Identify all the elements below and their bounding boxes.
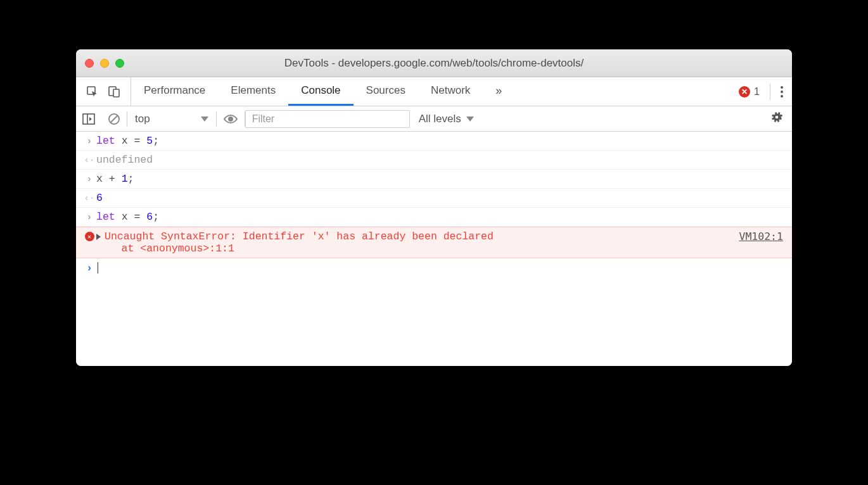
toolbar-divider [770,84,770,100]
inspect-element-icon[interactable] [86,85,99,98]
svg-point-7 [228,117,233,122]
error-count: 1 [754,86,760,98]
active-prompt-icon: › [82,261,96,274]
input-prompt-icon: › [82,211,96,222]
error-icon: ✕ [82,230,96,241]
context-label: top [135,113,150,125]
console-settings-icon[interactable] [762,111,792,127]
clear-console-icon[interactable] [101,113,127,125]
execution-context-selector[interactable]: top [127,113,216,125]
input-prompt-icon: › [82,135,96,146]
tab-console[interactable]: Console [288,77,353,106]
svg-rect-2 [113,89,119,97]
error-icon: ✕ [739,86,750,98]
live-expression-icon[interactable] [217,114,245,124]
svg-line-6 [111,115,118,122]
dropdown-triangle-icon [201,117,208,122]
levels-label: All levels [419,113,461,125]
return-arrow-icon: ‹· [82,192,96,203]
window-title: DevTools - developers.google.com/web/too… [76,57,792,70]
devtools-toolbar: Performance Elements Console Sources Net… [76,77,792,106]
tab-performance[interactable]: Performance [131,77,218,106]
console-prompt-row[interactable]: › [76,258,792,277]
prompt-input[interactable] [96,261,783,274]
panel-tabs: Performance Elements Console Sources Net… [131,77,514,106]
close-window-button[interactable] [85,59,94,68]
toggle-sidebar-icon[interactable] [76,113,101,125]
more-options-button[interactable] [781,86,783,98]
error-source-link[interactable]: VM102:1 [739,230,783,242]
console-input-row: › let x = 5; [76,132,792,151]
return-value: undefined [96,154,783,166]
return-value: 6 [96,192,783,204]
device-toolbar-icon[interactable] [108,85,120,98]
return-arrow-icon: ‹· [82,154,96,165]
expand-triangle-icon[interactable] [96,234,101,240]
svg-rect-3 [83,114,94,124]
error-content: Uncaught SyntaxError: Identifier 'x' has… [96,230,739,255]
filter-input[interactable] [245,110,410,128]
devtools-window: DevTools - developers.google.com/web/too… [76,49,792,366]
traffic-lights [85,59,124,68]
code-line: let x = 6; [96,211,783,223]
code-line: let x = 5; [96,135,783,147]
dropdown-triangle-icon [466,117,474,122]
console-return-row: ‹· undefined [76,151,792,170]
minimize-window-button[interactable] [100,59,109,68]
input-prompt-icon: › [82,173,96,184]
console-error-row: ✕ Uncaught SyntaxError: Identifier 'x' h… [76,227,792,258]
tab-network[interactable]: Network [418,77,483,106]
svg-point-8 [775,116,779,119]
zoom-window-button[interactable] [115,59,124,68]
tabs-overflow-button[interactable]: » [483,77,514,106]
console-input-row: › let x = 6; [76,208,792,227]
console-output[interactable]: › let x = 5; ‹· undefined › x + 1; ‹· 6 … [76,132,792,366]
tab-elements[interactable]: Elements [218,77,288,106]
code-line: x + 1; [96,173,783,185]
window-titlebar: DevTools - developers.google.com/web/too… [76,49,792,77]
log-levels-selector[interactable]: All levels [410,113,483,125]
error-count-badge[interactable]: ✕ 1 [739,86,760,98]
error-message: Uncaught SyntaxError: Identifier 'x' has… [96,230,494,255]
console-filter-bar: top All levels [76,106,792,132]
tab-sources[interactable]: Sources [354,77,418,106]
console-return-row: ‹· 6 [76,189,792,208]
console-input-row: › x + 1; [76,170,792,189]
